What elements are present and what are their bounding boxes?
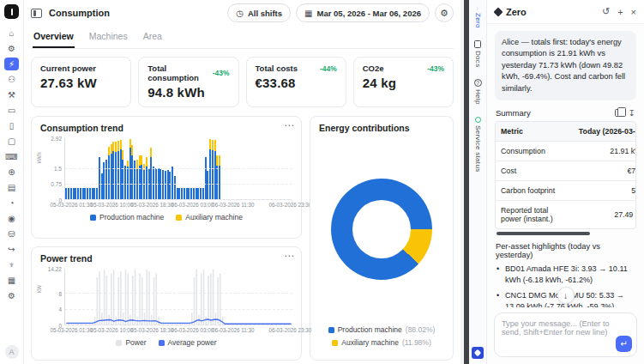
settings-button[interactable]: ⚙ (435, 3, 454, 22)
eye-icon[interactable]: ◉ (4, 212, 19, 225)
donut-legend: Production machine(88.02%)Auxiliary mach… (319, 325, 444, 354)
calendar-icon: ▦ (304, 9, 312, 18)
legend-item: Auxiliary machine(11.98%) (332, 338, 430, 347)
kpi-delta-badge: -43% (213, 69, 230, 77)
summary-label: Summary (496, 108, 531, 118)
tab-docs[interactable]: Docs (474, 40, 482, 67)
download-icon[interactable]: ↧ (629, 109, 635, 118)
assistant-title: Zero (506, 7, 527, 17)
power-plot (64, 269, 292, 325)
copy-icon[interactable] (615, 109, 622, 117)
assistant-panel: Zero Docs ? Help Service status Zero (469, 0, 644, 364)
power-x-labels: 05-03-2026 01:3005-03-2026 10:0005-03-20… (64, 327, 292, 335)
power-trend-card: Power trend ⋯ kW 14.22840 05-03-2026 01:… (31, 246, 302, 361)
power-y-axis: kW 14.22840 (40, 269, 64, 325)
enter-icon: ↵ (620, 339, 627, 349)
table-header: Metric (496, 122, 574, 142)
consumption-y-axis: kWh 2.921.50.750 (40, 138, 64, 200)
tools-icon[interactable]: ⚒ (4, 88, 19, 101)
kpi-value: 94.8 kWh (147, 85, 229, 100)
chart-title: Energy contributions (319, 123, 444, 133)
table-header: Today (2026-03-06) (574, 122, 636, 142)
tab-area[interactable]: Area (142, 27, 163, 48)
gear-icon[interactable]: ⚙ (4, 289, 19, 302)
app-root: ⌂⚙⚡⚇⚒▭▯▢⌨⊕▤◔◉⛁↪♆▦⚙ A Consumption ◷ All s… (0, 0, 644, 364)
panel-tab-strip: Zero Docs ? Help Service status (469, 0, 487, 364)
kpi-delta-badge: -44% (320, 64, 337, 73)
consumption-trend-card: Consumption trend ⋯ kWh 2.921.50.750 05-… (31, 116, 302, 239)
gear-icon: ⚙ (440, 8, 448, 19)
table-row: Consumption21.91 kWh (496, 142, 636, 161)
energy-icon[interactable]: ⚡ (4, 58, 19, 70)
message-input[interactable] (495, 313, 636, 356)
date-range-button[interactable]: ▦ Mar 05, 2026 - Mar 06, 2026 (296, 3, 430, 22)
charts-grid: Consumption trend ⋯ kWh 2.921.50.750 05-… (31, 116, 454, 361)
main-content: Consumption ◷ All shifts ▦ Mar 05, 2026 … (24, 0, 460, 364)
chat-area: Alice — totals first: today's energy con… (487, 24, 644, 307)
kpi-cards: Current power27.63 kWTotal consumption-4… (31, 57, 454, 107)
docs-icon (474, 40, 481, 48)
tab-service-status[interactable]: Service status (474, 117, 482, 172)
legend-item: Production machine(88.02%) (328, 325, 436, 334)
energy-contributions-card: Energy contributions Production machine(… (310, 116, 454, 361)
chart-title: Consumption trend (40, 123, 292, 133)
consumption-legend: Production machineAuxiliary machine (40, 213, 292, 221)
legend-item: Power (116, 338, 146, 347)
legend-item: Average power (159, 338, 217, 347)
app-logo[interactable] (4, 4, 19, 19)
export-icon[interactable]: ↪ (4, 243, 19, 256)
scroll-to-bottom-button[interactable]: ↓ (557, 287, 575, 304)
monitor-icon[interactable]: ▭ (4, 104, 19, 117)
assistant-message: Alice — totals first: today's energy con… (495, 31, 636, 100)
settings-icon[interactable]: ⚙ (4, 42, 19, 55)
summary-table: MetricToday (2026-03-06)YesterdayConsump… (496, 122, 636, 228)
kpi-value: €33.68 (256, 76, 337, 90)
sidebar-toggle-icon[interactable] (31, 9, 42, 18)
chart-title: Power trend (40, 253, 292, 264)
kpi-label: Current power (40, 64, 96, 73)
page-title: Consumption (49, 8, 110, 18)
assistant-body: Zero ↺ + × Alice — totals first: today's… (487, 0, 644, 364)
consumption-x-labels: 05-03-2026 01:3005-03-2026 10:0005-03-20… (64, 202, 292, 209)
database-icon[interactable]: ⛁ (4, 228, 19, 240)
plug-icon[interactable]: ♆ (4, 258, 19, 271)
kpi-label: Total costs (256, 64, 298, 73)
power-legend: PowerAverage power (40, 338, 292, 347)
kpi-card: Total costs-44%€33.68 (246, 57, 346, 107)
more-menu-icon[interactable]: ⋯ (284, 120, 294, 130)
tab-overview[interactable]: Overview (33, 27, 75, 48)
table-row: Reported total power (instant.)27.49 kW (496, 201, 636, 229)
tab-machines[interactable]: Machines (88, 27, 129, 48)
calendar-icon[interactable]: ▦ (4, 274, 19, 287)
keyboard-icon[interactable]: ⌨ (4, 150, 19, 163)
home-icon[interactable]: ⌂ (4, 27, 19, 39)
status-dot-icon (475, 117, 481, 123)
history-icon[interactable]: ↺ (602, 6, 610, 17)
kpi-value: 27.63 kW (40, 76, 122, 90)
more-menu-icon[interactable]: ⋯ (284, 251, 294, 261)
kpi-label: Total consumption (147, 64, 212, 82)
zero-sparkle-icon (493, 7, 503, 16)
kpi-card: Current power27.63 kW (31, 57, 131, 107)
highlight-item: BD01 Amada HFE 3i: 3.93 → 10.11 kWh (-6.… (497, 264, 636, 285)
close-icon[interactable]: × (631, 7, 636, 17)
legend-item: Auxiliary machine (176, 213, 243, 221)
gauge-icon[interactable]: ◔ (4, 197, 19, 209)
file-icon[interactable]: ▤ (4, 181, 19, 194)
shift-clock-icon: ◷ (236, 9, 244, 18)
new-chat-icon[interactable]: + (617, 7, 623, 17)
sidebar-nav: ⌂⚙⚡⚇⚒▭▯▢⌨⊕▤◔◉⛁↪♆▦⚙ (4, 27, 19, 345)
table-h-scrollbar[interactable] (497, 232, 635, 235)
device-icon[interactable]: ▯ (4, 119, 19, 132)
view-tabs: OverviewMachinesArea (31, 26, 454, 49)
panel-logo-icon[interactable] (472, 347, 484, 359)
tab-help[interactable]: ? Help (474, 79, 482, 105)
globe-icon[interactable]: ⊕ (4, 166, 19, 179)
folder-icon[interactable]: ▢ (4, 135, 19, 148)
send-button[interactable]: ↵ (616, 336, 632, 352)
user-avatar[interactable]: A (5, 345, 19, 359)
users-icon[interactable]: ⚇ (4, 73, 19, 86)
energy-donut-chart (331, 179, 432, 280)
tab-zero[interactable]: Zero (474, 7, 482, 28)
all-shifts-button[interactable]: ◷ All shifts (227, 3, 291, 22)
